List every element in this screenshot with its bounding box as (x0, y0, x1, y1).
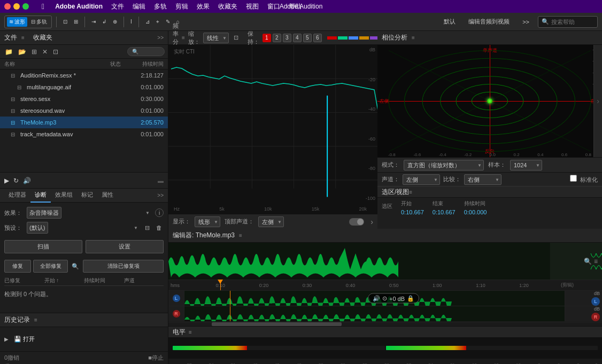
undo-label[interactable]: 0撤销 (4, 354, 19, 362)
phase-channel-select[interactable]: 左侧 (403, 174, 440, 185)
search-box[interactable]: 🔍 (538, 16, 598, 28)
freq-toggle[interactable] (349, 218, 364, 226)
multitrack-mode-button[interactable]: ⊟ 多轨 (29, 17, 49, 27)
sel-start-value[interactable]: 0:10.667 (401, 209, 424, 215)
menu-clip[interactable]: 剪辑 (175, 2, 188, 11)
sel-end-value[interactable]: 0:10.667 (433, 209, 456, 215)
waveform-mode-button[interactable]: ≋ 波形 (7, 17, 27, 27)
editor-scrollbar-thumb[interactable] (212, 322, 342, 326)
history-item[interactable]: 💾 打开 (12, 334, 37, 344)
menu-multitrack[interactable]: 多轨 (154, 2, 167, 11)
tab-effects-group[interactable]: 效果组 (51, 189, 77, 203)
freq-expand-btn[interactable]: › (371, 218, 373, 226)
toolbar-icon-1[interactable]: ⊡ (61, 18, 70, 26)
history-play-icon[interactable]: ▶ (4, 336, 9, 342)
toolbar-icon-3[interactable]: ⇥ (89, 18, 98, 26)
editor-menu-icon[interactable]: ≡ (239, 233, 242, 238)
tab-properties[interactable]: 属性 (97, 189, 118, 203)
toolbar-icon-4[interactable]: ↲ (100, 18, 109, 26)
freq-channel-select[interactable]: 左侧 (258, 216, 284, 227)
phase-normalize-checkbox[interactable] (570, 175, 577, 182)
files-search-input[interactable] (127, 47, 165, 56)
repair-button[interactable]: 修复 (4, 260, 31, 273)
toolbar-cursor-tool[interactable]: I (128, 18, 134, 26)
favorites-tab[interactable]: 收藏夹 (33, 33, 52, 42)
phase-sample-select[interactable]: 1024 (510, 160, 542, 171)
search-input[interactable] (551, 19, 594, 25)
edit-to-video-button[interactable]: 编辑音频到视频 (464, 17, 514, 27)
fullscreen-button[interactable] (22, 3, 29, 10)
file-item-active[interactable]: ⊟ TheMole.mp3 2:05.570 (0, 117, 168, 128)
close-button[interactable] (4, 3, 11, 10)
history-menu-icon[interactable]: ≡ (34, 317, 37, 323)
freq-num-btn-6[interactable]: 6 (313, 34, 322, 42)
reveal-icon[interactable]: ⊡ (51, 48, 60, 56)
freq-num-btn-1[interactable]: 1 (263, 34, 271, 42)
freq-display-select[interactable]: 线形 (195, 216, 220, 227)
phase-menu-icon[interactable]: ≡ (412, 35, 415, 41)
freq-num-btn-5[interactable]: 5 (303, 34, 312, 42)
preset-save-icon[interactable]: ⊟ (143, 224, 151, 232)
toolbar-icon-7[interactable]: ⌖ (154, 18, 161, 26)
sel-duration-value[interactable]: 0:00.000 (464, 209, 487, 215)
default-workspace-button[interactable]: 默认 (439, 17, 460, 27)
new-folder-icon[interactable]: 📁 (3, 48, 14, 56)
tab-markers[interactable]: 标记 (77, 189, 97, 203)
scan-button[interactable]: 扫描 (4, 240, 82, 253)
freq-menu-icon[interactable]: ≡ (182, 35, 185, 41)
toolbar-icon-8[interactable]: ✎ (164, 18, 172, 26)
editor-scrollbar[interactable] (168, 322, 602, 326)
phase-chart-area[interactable]: 单声道 左侧 右侧 反向 (377, 45, 602, 157)
clear-repairs-button[interactable]: 清除已修复项 (83, 260, 164, 273)
file-item[interactable]: ⊟ stereosound.wav 0:01.000 (0, 105, 168, 117)
repair-all-button[interactable]: 全部修复 (33, 260, 68, 273)
toolbar-icon-5[interactable]: ⊕ (111, 18, 119, 26)
open-file-icon[interactable]: 📂 (17, 48, 28, 56)
menu-view[interactable]: 视图 (246, 2, 259, 11)
track-content-left[interactable]: 🔊 ⊙ +0 dB 🔒 (184, 291, 565, 306)
track-content-right[interactable] (184, 306, 565, 321)
menu-effects[interactable]: 效果 (197, 2, 210, 11)
effect-select[interactable]: 杂音降噪器 (27, 207, 61, 219)
files-panel-expand-icon[interactable]: >> (157, 35, 164, 41)
files-panel-menu-icon[interactable]: ≡ (21, 35, 25, 41)
freq-zoom-select[interactable]: 线性 (203, 33, 229, 43)
phase-right-handle[interactable]: › (593, 45, 602, 157)
level-menu-icon[interactable]: ≡ (189, 329, 192, 335)
menu-file[interactable]: 文件 (111, 2, 124, 11)
toolbar-icon-6[interactable]: ⊿ (143, 18, 152, 26)
menu-favorites[interactable]: 收藏夹 (218, 2, 237, 11)
close-file-icon[interactable]: ✕ (41, 48, 49, 56)
phase-mode-select[interactable]: 直方图（缩放对数） (404, 160, 484, 171)
toolbar-icon-2[interactable]: ⊞ (72, 18, 80, 26)
effects-tabs-expand[interactable]: >> (157, 192, 164, 198)
loop-button[interactable]: ↻ (13, 177, 19, 184)
preset-select[interactable]: (默认) (27, 222, 48, 234)
import-icon[interactable]: ⊞ (30, 48, 38, 56)
freq-num-btn-3[interactable]: 3 (283, 34, 291, 42)
menu-edit[interactable]: 编辑 (133, 2, 145, 11)
stop-label[interactable]: ■停止 (148, 354, 164, 362)
selection-menu-icon[interactable]: ≡ (409, 189, 412, 195)
freq-num-btn-2[interactable]: 2 (273, 34, 281, 42)
preset-delete-icon[interactable]: 🗑 (155, 224, 164, 231)
expand-workspaces-button[interactable]: >> (518, 18, 534, 26)
menu-app-name[interactable]: Adobe Audition (55, 3, 103, 10)
editor-overview-waveform[interactable]: 🔍 ≡ (168, 243, 602, 280)
file-item[interactable]: ⊟ track_metadata.wav 0:01.000 (0, 128, 168, 140)
files-search[interactable] (127, 47, 165, 56)
file-item[interactable]: ⊟ stereo.sesx 0:30.000 (0, 93, 168, 105)
tab-processor[interactable]: 处理器 (4, 189, 30, 203)
file-item[interactable]: ⊟ AuditionRemix.sesx * 2:18.127 (0, 69, 168, 81)
search-repairs-icon[interactable]: 🔍 (70, 262, 81, 270)
minimize-button[interactable] (13, 3, 20, 10)
list-btn[interactable]: ≡ (594, 258, 598, 265)
freq-chart-area[interactable]: 实时 CTI (168, 45, 377, 214)
freq-settings-icon[interactable]: ⊡ (232, 34, 240, 42)
tab-diagnostics[interactable]: 诊断 (30, 189, 51, 203)
volume-icon[interactable]: 🔊 (23, 177, 31, 184)
freq-num-btn-4[interactable]: 4 (293, 34, 302, 42)
file-item[interactable]: ⊟ multilanguage.aif 0:01.000 (0, 81, 168, 93)
zoom-btn[interactable]: 🔍 (584, 258, 592, 265)
menu-window[interactable]: 窗口 (267, 2, 280, 11)
